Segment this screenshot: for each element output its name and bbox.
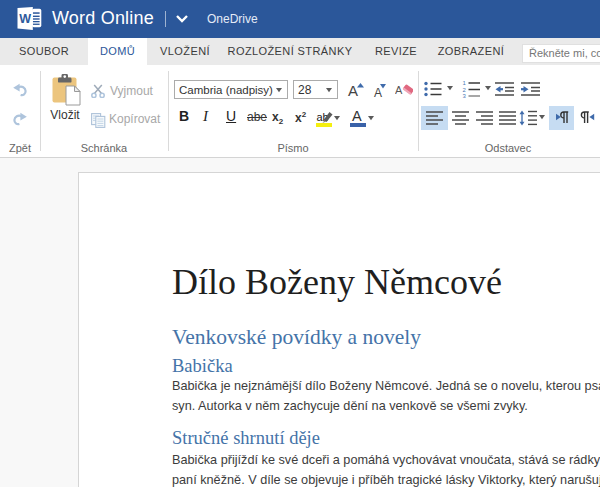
- svg-text:W: W: [19, 12, 31, 26]
- svg-text:A: A: [395, 83, 403, 95]
- svg-text:1: 1: [463, 80, 467, 86]
- svg-text:2: 2: [463, 87, 467, 93]
- svg-text:3: 3: [463, 93, 467, 99]
